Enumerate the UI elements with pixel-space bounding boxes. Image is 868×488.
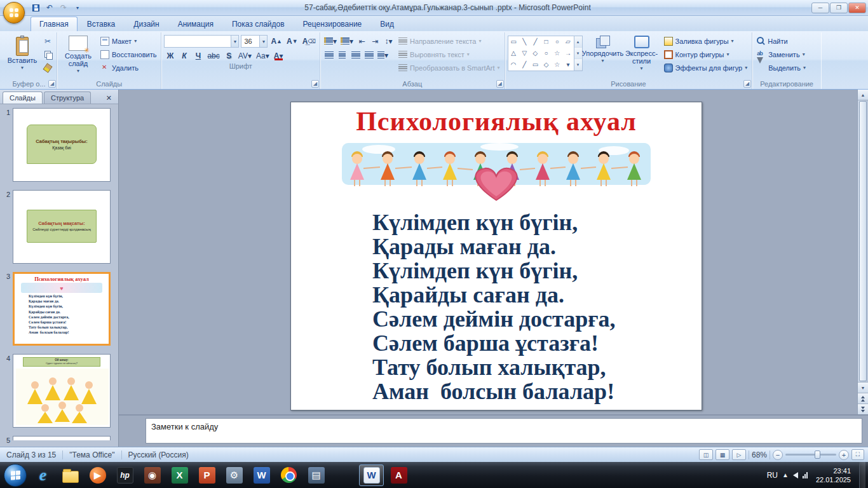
zoom-in-button[interactable]: + — [839, 450, 849, 460]
font-size-combo[interactable]: 36▼ — [241, 35, 268, 48]
vertical-scrollbar[interactable]: ▲ ▼ — [857, 90, 868, 414]
previous-slide-button[interactable] — [858, 393, 868, 403]
font-dialog-launcher[interactable]: ◢ — [311, 80, 319, 88]
tab-animation[interactable]: Анимация — [169, 17, 222, 31]
select-button[interactable]: Выделить▾ — [755, 62, 808, 74]
arrange-button[interactable]: Упорядочить▾ — [585, 34, 621, 65]
notes-input[interactable]: Заметки к слайду — [146, 418, 862, 444]
scroll-up-icon[interactable]: ▲ — [858, 90, 868, 100]
paste-button[interactable]: Вставить▾ — [4, 34, 41, 72]
close-button[interactable]: ✕ — [848, 3, 866, 13]
clock[interactable]: 23:41 22.01.2025 — [812, 466, 855, 484]
font-size-dropdown-icon[interactable]: ▼ — [259, 36, 267, 47]
taskbar-icon-excel[interactable]: X — [167, 464, 192, 486]
copy-button[interactable] — [43, 48, 54, 60]
strikethrough-button[interactable]: abc — [206, 50, 220, 62]
slide-title[interactable]: Психологиялық ахуал — [291, 106, 702, 137]
slide-sorter-view-button[interactable]: ▦ — [715, 449, 729, 460]
language-switcher[interactable]: RU — [767, 471, 778, 480]
reset-button[interactable]: Восстановить — [98, 48, 158, 60]
next-slide-button[interactable] — [858, 403, 868, 414]
slide-canvas[interactable]: Психологиялық ахуал — [290, 102, 702, 410]
tab-view[interactable]: Вид — [371, 17, 403, 31]
text-shadow-button[interactable]: S — [223, 50, 235, 62]
taskbar-icon-powerpoint[interactable]: P — [194, 464, 219, 486]
panel-close-icon[interactable]: ✕ — [102, 93, 116, 104]
layout-button[interactable]: Макет▾ — [98, 35, 158, 47]
drawing-dialog-launcher[interactable]: ◢ — [743, 80, 751, 88]
volume-icon[interactable] — [793, 472, 798, 478]
taskbar-icon-folder[interactable] — [58, 464, 83, 486]
increase-indent-button[interactable]: ⇥ — [369, 35, 381, 47]
clipboard-dialog-launcher[interactable]: ◢ — [48, 80, 56, 88]
network-icon[interactable] — [803, 472, 808, 478]
align-left-button[interactable] — [323, 49, 335, 61]
save-button[interactable] — [29, 2, 42, 13]
grow-font-button[interactable]: А▲ — [269, 36, 283, 48]
tab-design[interactable]: Дизайн — [125, 17, 168, 31]
taskbar-icon-network-app[interactable]: ▤ — [304, 464, 329, 486]
zoom-out-button[interactable]: − — [773, 450, 783, 460]
taskbar-icon-word[interactable]: W — [249, 464, 274, 486]
shapes-scrollbar[interactable]: ▲▼▼ — [574, 36, 582, 71]
find-button[interactable]: Найти — [755, 35, 808, 47]
taskbar-icon-photo-viewer[interactable]: ◉ — [140, 464, 165, 486]
shape-effects-button[interactable]: Эффекты для фигур▾ — [662, 62, 750, 74]
show-desktop-button[interactable] — [859, 462, 865, 488]
normal-view-button[interactable]: ◫ — [699, 449, 713, 460]
line-spacing-button[interactable]: ↕▾ — [383, 35, 395, 47]
tab-review[interactable]: Рецензирование — [294, 17, 371, 31]
slideshow-view-button[interactable]: ▷ — [732, 449, 746, 460]
fit-to-window-button[interactable]: ⛶ — [851, 449, 864, 460]
office-button[interactable] — [3, 2, 25, 24]
bold-button[interactable]: Ж — [164, 50, 176, 62]
shape-fill-button[interactable]: Заливка фигуры▾ — [662, 35, 750, 47]
slide-thumbnail-2[interactable]: 2 Сабақтың мақсаты: Сөйлеуді суреттерді … — [1, 190, 115, 264]
numbering-button[interactable]: ▾ — [339, 35, 355, 47]
font-name-combo[interactable]: ▼ — [164, 35, 239, 48]
justify-button[interactable] — [363, 49, 375, 61]
scrollbar-thumb[interactable] — [859, 101, 867, 381]
align-text-button[interactable]: Выровнять текст▾ — [397, 48, 501, 60]
taskbar-icon-word-document[interactable]: W — [359, 464, 384, 486]
panel-tab-slides[interactable]: Слайды — [3, 92, 43, 104]
bullets-button[interactable]: ▾ — [323, 35, 338, 47]
taskbar-icon-explorer[interactable]: ⚙ — [222, 464, 247, 486]
columns-button[interactable]: ▾ — [376, 49, 390, 61]
character-spacing-button[interactable]: AV▾ — [237, 50, 253, 62]
tab-home[interactable]: Главная — [31, 17, 78, 31]
language-indicator[interactable]: Русский (Россия) — [122, 451, 195, 459]
align-right-button[interactable] — [349, 49, 362, 61]
taskbar-icon-internet-explorer[interactable]: e — [31, 464, 55, 486]
taskbar-icon-hp[interactable]: hp — [112, 464, 137, 486]
cut-button[interactable]: ✂ — [43, 35, 54, 47]
quick-styles-button[interactable]: Экспресс-стили▾ — [623, 34, 660, 73]
theme-name[interactable]: "Тема Office" — [63, 451, 121, 459]
minimize-button[interactable]: ─ — [811, 3, 829, 13]
slide-thumbnail-4[interactable]: 4 Ой шешу: Сурет туралы не айтасың? — [1, 354, 115, 428]
tab-insert[interactable]: Вставка — [78, 17, 125, 31]
format-painter-button[interactable] — [43, 62, 54, 74]
slide-thumbnail-5[interactable]: 5 — [1, 436, 115, 444]
shape-outline-button[interactable]: Контур фигуры▾ — [662, 48, 750, 60]
tab-slideshow[interactable]: Показ слайдов — [223, 17, 294, 31]
qat-dropdown-button[interactable]: ▾ — [71, 2, 84, 13]
zoom-slider-thumb[interactable] — [815, 451, 820, 459]
delete-slide-button[interactable]: Удалить — [98, 62, 158, 74]
convert-smartart-button[interactable]: Преобразовать в SmartArt▾ — [397, 62, 501, 74]
slide-thumbnail-3[interactable]: 3 Психологиялық ахуал Күлімдеп күн бүгін… — [1, 272, 115, 346]
align-center-button[interactable] — [336, 49, 348, 61]
clear-formatting-button[interactable]: А̲⌫ — [301, 36, 317, 48]
change-case-button[interactable]: Aa▾ — [255, 50, 271, 62]
undo-button[interactable]: ↶ — [43, 2, 56, 13]
slide-thumbnail-1[interactable]: 1 Сабақтың тақырыбы: Қазақ биі — [1, 108, 115, 182]
taskbar-icon-media-player[interactable]: ▶ — [85, 464, 110, 486]
underline-button[interactable]: Ч — [192, 50, 204, 62]
maximize-button[interactable]: ❐ — [830, 3, 848, 13]
decrease-indent-button[interactable]: ⇤ — [356, 35, 368, 47]
scroll-down-icon[interactable]: ▼ — [858, 382, 868, 393]
children-holding-hands-illustration[interactable] — [341, 142, 652, 203]
tray-expand-icon[interactable]: ▲ — [782, 471, 789, 478]
redo-button[interactable]: ↷ — [57, 2, 70, 13]
taskbar-icon-chrome[interactable] — [276, 464, 301, 486]
